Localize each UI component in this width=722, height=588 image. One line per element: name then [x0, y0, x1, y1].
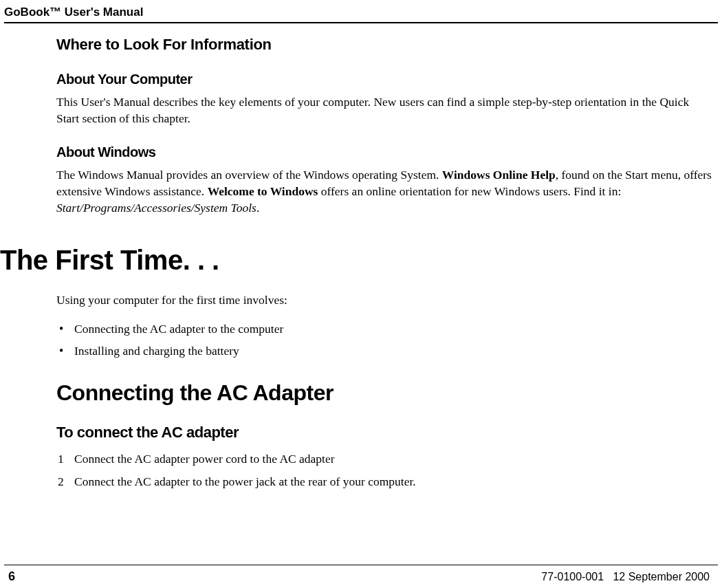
- step-text: Connect the AC adapter power cord to the…: [74, 452, 335, 466]
- text-segment: The Windows Manual provides an overview …: [56, 168, 442, 182]
- header-title: GoBook™ User's Manual: [4, 6, 718, 19]
- page-header: GoBook™ User's Manual: [4, 0, 718, 23]
- connect-steps: 1Connect the AC adapter power cord to th…: [56, 450, 714, 490]
- text-segment: offers an online orientation for new Win…: [318, 184, 621, 198]
- step-text: Connect the AC adapter to the power jack…: [74, 475, 416, 488]
- subheading-about-computer: About Your Computer: [56, 72, 714, 87]
- list-item: 2Connect the AC adapter to the power jac…: [56, 472, 714, 490]
- section-heading-connecting-ac: Connecting the AC Adapter: [56, 380, 714, 406]
- doc-number: 77-0100-001: [541, 571, 604, 582]
- page-footer: 6 77-0100-001 12 September 2000: [4, 565, 718, 584]
- step-number: 2: [58, 472, 64, 490]
- paragraph-about-computer: This User's Manual describes the key ele…: [56, 94, 714, 127]
- page-content: Where to Look For Information About Your…: [0, 23, 722, 490]
- list-item: Connecting the AC adapter to the compute…: [56, 320, 714, 338]
- section-heading-first-time: The First Time. . .: [0, 245, 714, 276]
- list-item: 1Connect the AC adapter power cord to th…: [56, 450, 714, 468]
- subheading-about-windows: About Windows: [56, 144, 714, 160]
- text-italic-path: Start/Programs/Accessories/System Tools: [56, 201, 256, 215]
- text-segment: .: [256, 201, 259, 215]
- paragraph-first-time-intro: Using your computer for the first time i…: [56, 292, 714, 309]
- section-heading-where-to-look: Where to Look For Information: [56, 36, 714, 54]
- text-bold-windows-help: Windows Online Help: [442, 168, 556, 182]
- paragraph-about-windows: The Windows Manual provides an overview …: [56, 167, 714, 216]
- subheading-to-connect: To connect the AC adapter: [56, 424, 714, 442]
- text-bold-welcome: Welcome to Windows: [208, 184, 318, 198]
- doc-date: 12 September 2000: [613, 571, 710, 582]
- page-number: 6: [8, 569, 15, 584]
- list-item: Installing and charging the battery: [56, 342, 714, 360]
- first-time-bullets: Connecting the AC adapter to the compute…: [56, 320, 714, 360]
- step-number: 1: [58, 450, 64, 468]
- doc-info: 77-0100-001 12 September 2000: [541, 571, 710, 583]
